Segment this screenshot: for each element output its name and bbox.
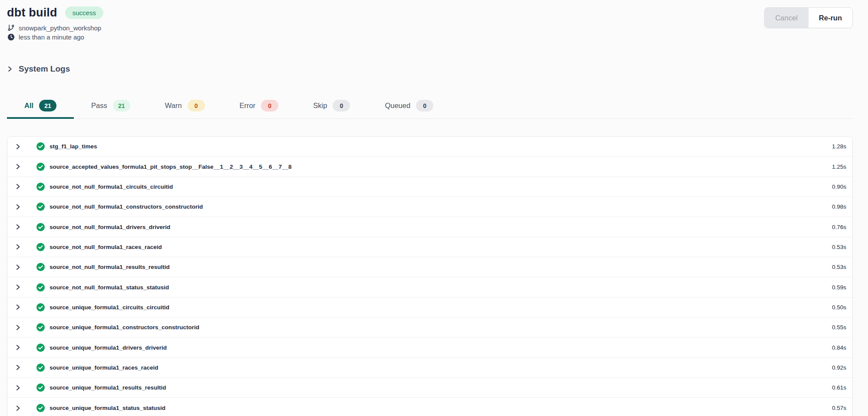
tab-queued[interactable]: Queued 0 (367, 95, 451, 119)
chevron-right-icon[interactable] (15, 304, 22, 311)
result-name: source_not_null_formula1_results_resulti… (50, 264, 170, 270)
result-duration: 0.92s (832, 364, 846, 371)
check-circle-icon (36, 243, 45, 251)
tab-count-badge: 0 (416, 100, 433, 111)
tab-pass[interactable]: Pass 21 (74, 95, 148, 119)
check-circle-icon (36, 283, 45, 292)
result-name: source_not_null_formula1_constructors_co… (50, 203, 203, 210)
result-name: source_not_null_formula1_drivers_driveri… (50, 224, 170, 230)
result-row[interactable]: source_not_null_formula1_status_statusid… (7, 277, 852, 297)
result-duration: 0.53s (832, 244, 846, 250)
tab-label: Error (240, 102, 256, 110)
git-branch-icon (7, 24, 15, 32)
tab-skip[interactable]: Skip 0 (296, 95, 367, 119)
result-duration: 1.25s (832, 164, 846, 170)
branch-line: snowpark_python_workshop (7, 24, 103, 32)
chevron-right-icon[interactable] (15, 384, 22, 391)
result-name: source_unique_formula1_circuits_circuiti… (50, 304, 169, 311)
header: dbt build success snowpark_python_worksh… (7, 6, 853, 41)
result-row[interactable]: source_unique_formula1_results_resultid … (7, 378, 852, 398)
result-row[interactable]: source_unique_formula1_races_raceid 0.92… (7, 358, 852, 378)
tab-warn[interactable]: Warn 0 (148, 95, 222, 119)
chevron-right-icon[interactable] (15, 264, 22, 271)
result-name: source_unique_formula1_constructors_cons… (50, 324, 199, 331)
check-circle-icon (36, 404, 45, 412)
run-detail-page: dbt build success snowpark_python_worksh… (0, 0, 868, 416)
chevron-right-icon (7, 66, 13, 72)
chevron-right-icon[interactable] (15, 284, 22, 291)
tab-label: All (24, 102, 33, 110)
result-duration: 0.55s (832, 324, 846, 331)
result-duration: 0.76s (832, 224, 846, 230)
check-circle-icon (36, 383, 45, 392)
result-row[interactable]: source_unique_formula1_constructors_cons… (7, 318, 852, 337)
chevron-right-icon[interactable] (15, 183, 22, 190)
result-duration: 0.57s (832, 405, 846, 411)
check-circle-icon (36, 323, 45, 331)
result-name: source_unique_formula1_status_statusid (50, 405, 165, 411)
result-row[interactable]: stg_f1_lap_times 1.28s (7, 137, 852, 157)
result-name: source_unique_formula1_drivers_driverid (50, 344, 167, 351)
chevron-right-icon[interactable] (15, 223, 22, 230)
check-circle-icon (36, 142, 45, 151)
status-badge: success (65, 7, 103, 19)
system-logs-toggle[interactable]: System Logs (7, 64, 853, 74)
check-circle-icon (36, 263, 45, 271)
result-duration: 0.50s (832, 304, 846, 311)
tab-count-badge: 21 (39, 100, 56, 111)
results-list: stg_f1_lap_times 1.28s source_accepted_v… (7, 136, 853, 416)
result-duration: 0.90s (832, 183, 846, 190)
tab-label: Pass (91, 102, 107, 110)
check-circle-icon (36, 163, 45, 171)
check-circle-icon (36, 364, 45, 372)
tab-all[interactable]: All 21 (7, 95, 74, 119)
tab-label: Warn (165, 102, 182, 110)
result-row[interactable]: source_unique_formula1_drivers_driverid … (7, 337, 852, 357)
tab-label: Queued (385, 102, 410, 110)
result-duration: 0.98s (832, 203, 846, 210)
result-duration: 0.61s (832, 384, 846, 391)
check-circle-icon (36, 223, 45, 231)
result-row[interactable]: source_not_null_formula1_constructors_co… (7, 197, 852, 217)
tab-label: Skip (313, 102, 327, 110)
result-row[interactable]: source_unique_formula1_circuits_circuiti… (7, 298, 852, 318)
system-logs-label: System Logs (19, 64, 70, 74)
result-name: source_unique_formula1_results_resultid (50, 384, 166, 391)
result-row[interactable]: source_not_null_formula1_races_raceid 0.… (7, 237, 852, 257)
result-row[interactable]: source_accepted_values_formula1_pit_stop… (7, 157, 852, 177)
clock-icon (7, 33, 15, 41)
chevron-right-icon[interactable] (15, 405, 22, 412)
result-row[interactable]: source_not_null_formula1_circuits_circui… (7, 177, 852, 197)
run-meta: snowpark_python_workshop less than a min… (7, 24, 103, 41)
chevron-right-icon[interactable] (15, 324, 22, 331)
result-name: source_accepted_values_formula1_pit_stop… (50, 164, 292, 170)
result-name: source_not_null_formula1_races_raceid (50, 244, 162, 250)
chevron-right-icon[interactable] (15, 143, 22, 150)
tab-count-badge: 0 (333, 100, 350, 111)
result-row[interactable]: source_not_null_formula1_results_resulti… (7, 257, 852, 277)
cancel-button[interactable]: Cancel (765, 8, 808, 28)
result-row[interactable]: source_not_null_formula1_drivers_driveri… (7, 217, 852, 237)
result-duration: 1.28s (832, 143, 846, 150)
result-name: source_unique_formula1_races_raceid (50, 364, 158, 371)
chevron-right-icon[interactable] (15, 163, 22, 170)
time-line: less than a minute ago (7, 33, 103, 41)
check-circle-icon (36, 183, 45, 191)
result-duration: 0.53s (832, 264, 846, 270)
chevron-right-icon[interactable] (15, 344, 22, 351)
result-filter-tabs: All 21 Pass 21 Warn 0 Error 0 Skip 0 Que… (7, 95, 853, 119)
result-duration: 0.59s (832, 284, 846, 291)
result-name: source_not_null_formula1_circuits_circui… (50, 183, 173, 190)
chevron-right-icon[interactable] (15, 364, 22, 371)
tab-count-badge: 0 (261, 100, 278, 111)
result-row[interactable]: source_unique_formula1_status_statusid 0… (7, 398, 852, 416)
check-circle-icon (36, 303, 45, 311)
chevron-right-icon[interactable] (15, 203, 22, 210)
branch-name: snowpark_python_workshop (19, 24, 101, 32)
chevron-right-icon[interactable] (15, 243, 22, 250)
run-actions: Cancel Re-run (764, 7, 853, 28)
time-ago: less than a minute ago (19, 33, 84, 41)
tab-error[interactable]: Error 0 (222, 95, 296, 119)
rerun-button[interactable]: Re-run (808, 8, 852, 28)
result-name: source_not_null_formula1_status_statusid (50, 284, 169, 291)
